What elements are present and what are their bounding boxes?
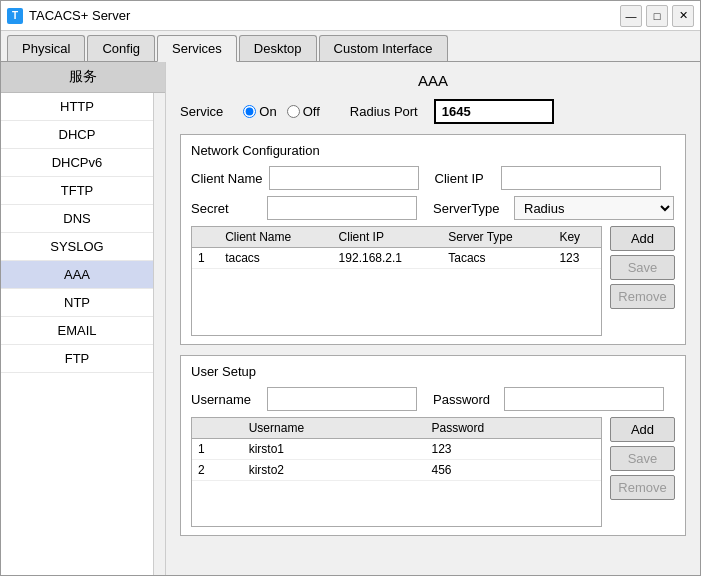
sidebar-item-ntp[interactable]: NTP xyxy=(1,289,153,317)
service-on-label: On xyxy=(259,104,276,119)
maximize-button[interactable]: □ xyxy=(646,5,668,27)
user-row1-index: 1 xyxy=(192,439,243,460)
client-ip-input[interactable] xyxy=(501,166,661,190)
network-col-server-type: Server Type xyxy=(442,227,553,248)
main-window: T TACACS+ Server — □ ✕ Physical Config S… xyxy=(0,0,701,576)
sidebar-header: 服务 xyxy=(1,62,165,93)
user-col-password: Password xyxy=(425,418,601,439)
user-row1-username: kirsto1 xyxy=(243,439,426,460)
user-table-buttons: Add Save Remove xyxy=(610,417,675,527)
table-row[interactable]: 1 kirsto1 123 xyxy=(192,439,601,460)
user-row2-index: 2 xyxy=(192,460,243,481)
user-col-index xyxy=(192,418,243,439)
sidebar-item-dhcpv6[interactable]: DHCPv6 xyxy=(1,149,153,177)
network-col-client-name: Client Name xyxy=(219,227,332,248)
section-title: AAA xyxy=(180,72,686,89)
client-ip-label: Client IP xyxy=(435,171,495,186)
network-config-box: Network Configuration Client Name Client… xyxy=(180,134,686,345)
network-config-title: Network Configuration xyxy=(191,143,675,158)
network-form-row1: Client Name Client IP xyxy=(191,166,675,190)
title-bar-controls: — □ ✕ xyxy=(620,5,694,27)
network-save-button[interactable]: Save xyxy=(610,255,675,280)
window-title: TACACS+ Server xyxy=(29,8,130,23)
client-name-label: Client Name xyxy=(191,171,263,186)
username-input[interactable] xyxy=(267,387,417,411)
service-off-input[interactable] xyxy=(287,105,300,118)
table-row[interactable]: 2 kirsto2 456 xyxy=(192,460,601,481)
network-col-key: Key xyxy=(553,227,601,248)
user-col-username: Username xyxy=(243,418,426,439)
client-name-input[interactable] xyxy=(269,166,419,190)
username-label: Username xyxy=(191,392,261,407)
service-on-input[interactable] xyxy=(243,105,256,118)
user-table-area: Username Password 1 kirsto1 123 xyxy=(191,417,675,527)
user-add-button[interactable]: Add xyxy=(610,417,675,442)
user-row1-password: 123 xyxy=(425,439,601,460)
service-on-radio[interactable]: On xyxy=(243,104,276,119)
network-table-wrap: Client Name Client IP Server Type Key 1 … xyxy=(191,226,602,336)
sidebar-item-aaa[interactable]: AAA xyxy=(1,261,153,289)
sidebar-item-email[interactable]: EMAIL xyxy=(1,317,153,345)
service-off-radio[interactable]: Off xyxy=(287,104,320,119)
network-col-client-ip: Client IP xyxy=(333,227,443,248)
row-server-type: Tacacs xyxy=(442,248,553,269)
password-label: Password xyxy=(433,392,498,407)
row-index: 1 xyxy=(192,248,219,269)
tab-custom-interface[interactable]: Custom Interface xyxy=(319,35,448,61)
service-label: Service xyxy=(180,104,223,119)
tab-services[interactable]: Services xyxy=(157,35,237,62)
row-key: 123 xyxy=(553,248,601,269)
sidebar-item-syslog[interactable]: SYSLOG xyxy=(1,233,153,261)
row-client-ip: 192.168.2.1 xyxy=(333,248,443,269)
user-save-button[interactable]: Save xyxy=(610,446,675,471)
minimize-button[interactable]: — xyxy=(620,5,642,27)
content-area: 服务 HTTP DHCP DHCPv6 TFTP DNS SYSLOG AAA … xyxy=(1,62,700,575)
row-client-name: tacacs xyxy=(219,248,332,269)
title-bar: T TACACS+ Server — □ ✕ xyxy=(1,1,700,31)
app-icon: T xyxy=(7,8,23,24)
user-row2-username: kirsto2 xyxy=(243,460,426,481)
user-row2-password: 456 xyxy=(425,460,601,481)
user-setup-title: User Setup xyxy=(191,364,675,379)
user-remove-button[interactable]: Remove xyxy=(610,475,675,500)
network-form-row2: Secret ServerType Radius TACACS xyxy=(191,196,675,220)
tab-physical[interactable]: Physical xyxy=(7,35,85,61)
sidebar-item-http[interactable]: HTTP xyxy=(1,93,153,121)
radius-port-input[interactable] xyxy=(434,99,554,124)
secret-input[interactable] xyxy=(267,196,417,220)
title-bar-left: T TACACS+ Server xyxy=(7,8,130,24)
secret-label: Secret xyxy=(191,201,261,216)
password-input[interactable] xyxy=(504,387,664,411)
user-table-wrap: Username Password 1 kirsto1 123 xyxy=(191,417,602,527)
main-panel: AAA Service On Off Radius Port Network C… xyxy=(166,62,700,575)
network-table-buttons: Add Save Remove xyxy=(610,226,675,336)
table-row[interactable]: 1 tacacs 192.168.2.1 Tacacs 123 xyxy=(192,248,601,269)
close-button[interactable]: ✕ xyxy=(672,5,694,27)
service-off-label: Off xyxy=(303,104,320,119)
network-col-index xyxy=(192,227,219,248)
service-row: Service On Off Radius Port xyxy=(180,99,686,124)
network-remove-button[interactable]: Remove xyxy=(610,284,675,309)
sidebar-item-tftp[interactable]: TFTP xyxy=(1,177,153,205)
server-type-label: ServerType xyxy=(433,201,508,216)
user-table: Username Password 1 kirsto1 123 xyxy=(192,418,601,481)
sidebar-item-dhcp[interactable]: DHCP xyxy=(1,121,153,149)
tab-desktop[interactable]: Desktop xyxy=(239,35,317,61)
sidebar-list: HTTP DHCP DHCPv6 TFTP DNS SYSLOG AAA NTP… xyxy=(1,93,153,575)
radius-port-label: Radius Port xyxy=(350,104,418,119)
sidebar-item-dns[interactable]: DNS xyxy=(1,205,153,233)
server-type-select[interactable]: Radius TACACS xyxy=(514,196,674,220)
network-table-area: Client Name Client IP Server Type Key 1 … xyxy=(191,226,675,336)
sidebar-inner: HTTP DHCP DHCPv6 TFTP DNS SYSLOG AAA NTP… xyxy=(1,93,165,575)
user-form-row: Username Password xyxy=(191,387,675,411)
network-add-button[interactable]: Add xyxy=(610,226,675,251)
tabs-bar: Physical Config Services Desktop Custom … xyxy=(1,31,700,62)
sidebar-item-ftp[interactable]: FTP xyxy=(1,345,153,373)
network-table: Client Name Client IP Server Type Key 1 … xyxy=(192,227,601,269)
tab-config[interactable]: Config xyxy=(87,35,155,61)
sidebar: 服务 HTTP DHCP DHCPv6 TFTP DNS SYSLOG AAA … xyxy=(1,62,166,575)
sidebar-scrollbar[interactable] xyxy=(153,93,165,575)
user-setup-box: User Setup Username Password xyxy=(180,355,686,536)
